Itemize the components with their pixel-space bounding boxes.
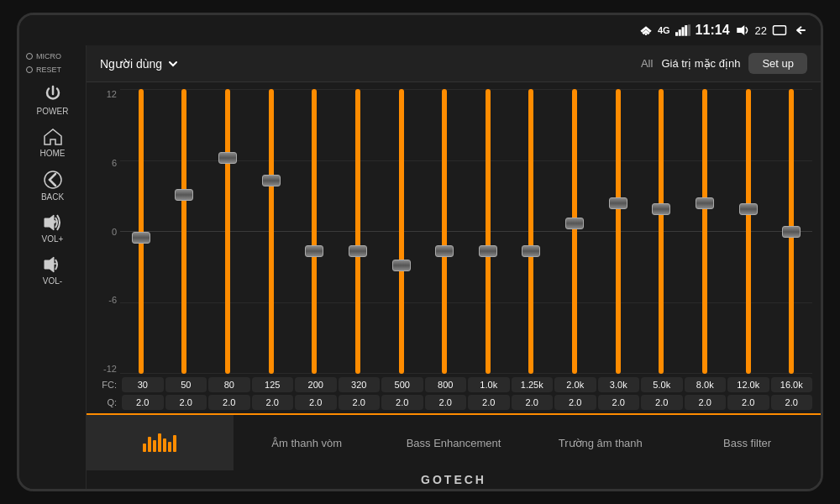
slider-handle[interactable] (392, 260, 411, 271)
sidebar: MICRO RESET POWER HOME (19, 45, 87, 489)
tab-bass_filter[interactable]: Bass filter (674, 415, 821, 470)
slider-handle[interactable] (522, 245, 540, 257)
status-icons: 4G 11:14 22 (639, 23, 807, 38)
slider-handle[interactable] (132, 232, 150, 244)
slider-track[interactable] (659, 89, 664, 374)
scale-label: 0 (98, 227, 117, 237)
slider-handle[interactable] (479, 245, 497, 257)
slider-track[interactable] (181, 89, 186, 374)
slider-track[interactable] (702, 89, 707, 374)
fc-value: 16.0k (771, 377, 813, 392)
tab-surround[interactable]: Âm thanh vòm (234, 415, 381, 470)
clock: 11:14 (696, 23, 730, 38)
slider-track[interactable] (789, 89, 794, 374)
slider-col[interactable] (467, 89, 509, 374)
slider-track[interactable] (225, 89, 230, 374)
slider-handle[interactable] (696, 197, 714, 209)
sidebar-item-back[interactable]: BACK (24, 165, 82, 207)
sidebar-item-home[interactable]: HOME (24, 123, 82, 163)
slider-handle[interactable] (739, 203, 758, 215)
slider-col[interactable] (294, 89, 336, 374)
slider-handle[interactable] (652, 203, 670, 215)
slider-track[interactable] (572, 89, 577, 374)
fc-value: 8.0k (685, 377, 727, 392)
q-value: 2.0 (641, 395, 683, 410)
slider-col[interactable] (120, 89, 162, 374)
slider-col[interactable] (423, 89, 465, 374)
tab-bass_enhancement[interactable]: Bass Enhancement (381, 415, 528, 470)
slider-track[interactable] (616, 89, 621, 374)
q-value: 2.0 (598, 395, 640, 410)
eq-bar (173, 435, 176, 452)
q-value: 2.0 (339, 395, 381, 410)
q-label: Q: (95, 397, 120, 407)
slider-col[interactable] (597, 89, 639, 374)
back-label: BACK (41, 192, 64, 202)
scale-label: -6 (98, 295, 117, 305)
slider-col[interactable] (554, 89, 596, 374)
slider-col[interactable] (511, 89, 553, 374)
slider-handle[interactable] (305, 245, 323, 257)
svg-rect-4 (678, 29, 680, 36)
tab-sound_field[interactable]: Trường âm thanh (527, 415, 674, 470)
slider-handle[interactable] (175, 189, 193, 201)
screen-icon (772, 24, 787, 36)
fc-value: 12.0k (727, 377, 769, 392)
eq-bar (153, 440, 156, 452)
slider-track[interactable] (528, 89, 533, 374)
setup-button[interactable]: Set up (748, 53, 807, 74)
svg-rect-3 (675, 32, 678, 36)
reset-label: RESET (26, 66, 61, 74)
slider-handle[interactable] (262, 175, 281, 186)
slider-track[interactable] (139, 89, 144, 374)
q-value: 2.0 (771, 395, 813, 410)
volup-label: VOL+ (42, 234, 64, 244)
slider-col[interactable] (337, 89, 379, 374)
slider-col[interactable] (250, 89, 292, 374)
slider-track[interactable] (486, 89, 491, 374)
home-label: HOME (40, 149, 66, 158)
slider-col[interactable] (727, 89, 769, 374)
q-value: 2.0 (165, 395, 207, 410)
slider-track[interactable] (269, 89, 274, 374)
slider-track[interactable] (312, 89, 317, 374)
slider-col[interactable] (770, 89, 812, 374)
svg-marker-11 (45, 215, 54, 230)
slider-col[interactable] (684, 89, 726, 374)
slider-handle[interactable] (218, 152, 237, 164)
reset-dot (26, 66, 33, 73)
user-selector[interactable]: Người dùng (100, 57, 179, 71)
slider-handle[interactable] (565, 218, 584, 229)
q-value: 2.0 (122, 395, 164, 410)
svg-rect-9 (774, 26, 786, 35)
svg-marker-12 (45, 257, 54, 272)
slider-track[interactable] (399, 89, 404, 374)
sidebar-item-volup[interactable]: VOL+ (24, 208, 82, 249)
slider-col[interactable] (641, 89, 683, 374)
slider-col[interactable] (381, 89, 423, 374)
eq-bar (168, 442, 171, 452)
eq-tab-icon (143, 433, 176, 452)
slider-handle[interactable] (782, 226, 801, 238)
slider-handle[interactable] (609, 197, 627, 209)
slider-handle[interactable] (435, 245, 454, 257)
slider-track[interactable] (355, 89, 360, 374)
fc-value: 3.0k (598, 377, 640, 392)
fc-value: 2.0k (554, 377, 596, 392)
slider-col[interactable] (207, 89, 249, 374)
eq-bar (163, 438, 166, 452)
slider-track[interactable] (746, 89, 751, 374)
sidebar-item-voldown[interactable]: VOL- (24, 250, 82, 291)
slider-handle[interactable] (349, 245, 367, 257)
slider-track[interactable] (442, 89, 447, 374)
fc-value: 50 (165, 377, 207, 392)
tab-label: Bass Enhancement (407, 437, 501, 449)
slider-col[interactable] (164, 89, 206, 374)
q-value: 2.0 (295, 395, 337, 410)
fc-value: 80 (208, 377, 250, 392)
fc-value: 800 (425, 377, 467, 392)
tab-eq[interactable] (87, 415, 234, 470)
q-value: 2.0 (512, 395, 554, 410)
sidebar-item-power[interactable]: POWER (24, 79, 82, 121)
network-label: 4G (658, 25, 670, 35)
